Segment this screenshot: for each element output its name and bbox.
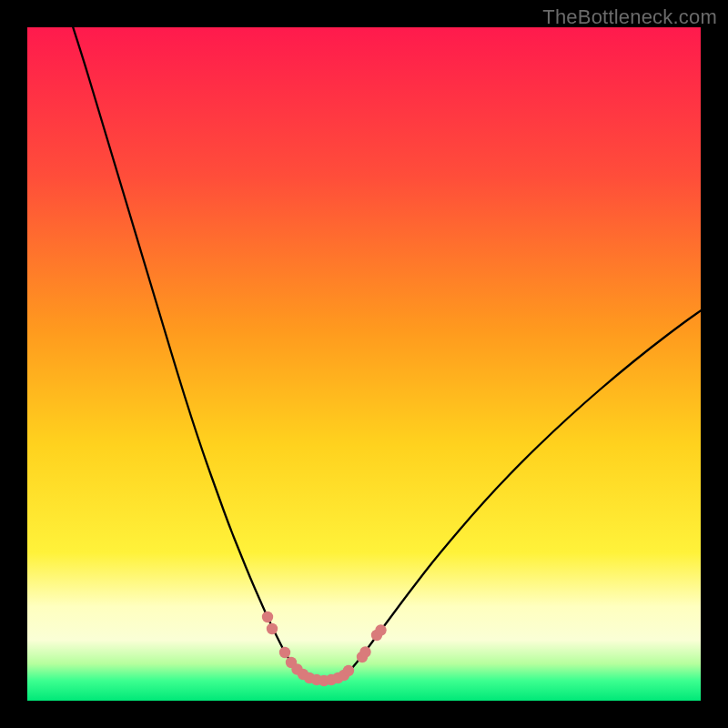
plot-area xyxy=(27,27,701,701)
marker-dot xyxy=(262,612,273,622)
marker-dot xyxy=(343,665,354,676)
marker-dot xyxy=(359,646,370,657)
gradient-background xyxy=(27,27,701,701)
marker-dot xyxy=(267,623,278,634)
marker-dot xyxy=(279,647,290,658)
watermark-text: TheBottleneck.com xyxy=(542,5,717,29)
bottleneck-chart xyxy=(27,27,701,701)
marker-dot xyxy=(375,624,386,635)
chart-frame: TheBottleneck.com xyxy=(0,0,728,728)
